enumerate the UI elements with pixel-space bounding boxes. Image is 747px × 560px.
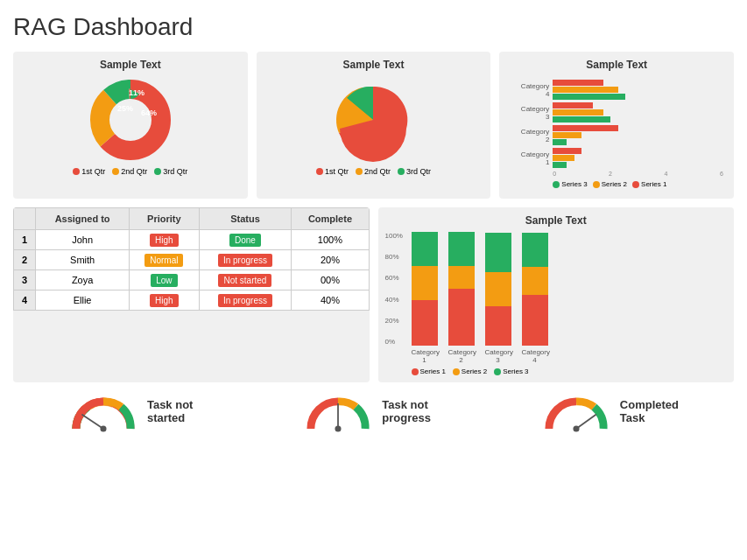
stacked-col-cat1 [412,232,438,346]
table-row: 2SmithNormalIn progress20% [14,250,370,270]
bar-label-cat2: Category2 [510,128,549,144]
stacked-seg-r2 [448,289,475,346]
bar-s3-cat2 [553,139,567,145]
bar-group-cat3 [553,102,610,122]
row-assigned: Smith [36,250,130,270]
chart4-bars [385,232,728,346]
row-complete: 100% [292,230,369,250]
bar-group-cat2 [553,125,618,145]
stacked-seg-r1 [412,300,438,346]
chart1-donut: 64% 25% 11% 1st Qtr 2nd Qtr 3rd Qtr [20,76,241,176]
col-priority: Priority [130,208,199,230]
chart3-axis: 0246 [510,171,723,177]
task-table: Assigned to Priority Status Complete 1Jo… [13,207,370,311]
gauge1-item: Task notstarted [68,389,194,433]
svg-line-11 [576,415,595,429]
chart4-legend-s1: Series 1 [412,368,446,375]
bar-label-cat1: Category1 [510,150,549,166]
stacked-col-cat4 [522,233,548,346]
chart1-card: Sample Text 64% 25% 11% 1st Qtr [13,52,248,199]
chart3-title: Sample Text [506,59,727,71]
chart4-area: 100% 80% 60% 40% 20% 0% [385,232,728,346]
chart3-legend-s2: Series 2 [593,180,627,188]
col-status: Status [199,208,292,230]
chart4-card: Sample Text 100% 80% 60% 40% 20% 0% [378,207,735,382]
bar-row-cat2: Category2 [510,125,723,145]
col-complete: Complete [292,208,369,230]
row-assigned: Ellie [36,290,130,311]
chart1-legend-item-1: 2nd Qtr [112,167,147,176]
row-num: 3 [14,270,36,290]
chart2-pie: 1st Qtr 2nd Qtr 3rd Qtr [264,76,484,176]
chart3-dot-s2 [593,181,600,188]
table-row: 3ZoyaLowNot started00% [14,270,370,290]
bar-group-cat4 [553,80,625,100]
chart3-legend: Series 3 Series 2 Series 1 [510,180,723,188]
row-num: 1 [14,230,36,250]
chart4-stacked: 100% 80% 60% 40% 20% 0% [385,232,728,375]
svg-point-12 [573,425,579,431]
chart3-card: Sample Text Category4 [499,52,734,199]
gauge1-svg [68,389,138,433]
chart2-legend-label-1: 2nd Qtr [364,167,391,176]
bar-s2-cat3 [553,109,603,116]
stacked-seg-r3 [485,306,511,346]
pie2-svg [321,76,426,164]
svg-line-7 [82,415,103,429]
chart3-dot-s3 [553,181,560,188]
chart1-legend-label-2: 3rd Qtr [163,167,187,176]
chart4-dot-s3 [494,368,501,375]
row-assigned: John [36,230,130,250]
chart4-legend-s3: Series 3 [494,368,528,375]
stacked-seg-y2 [448,266,475,289]
chart1-legend-label-0: 1st Qtr [81,167,105,176]
stacked-seg-g3 [485,233,511,272]
stacked-col-cat2 [448,232,475,346]
chart2-dot-green [398,168,405,175]
col-assigned: Assigned to [36,208,130,230]
chart1-title: Sample Text [20,59,241,71]
bar-s1-cat1 [553,148,581,154]
chart4-dot-s1 [412,368,419,375]
row-priority: High [130,230,199,250]
gauges-row: Task notstarted Task notprogress Complet… [13,389,734,433]
chart1-legend-label-1: 2nd Qtr [121,167,147,176]
row-status: In progress [199,250,292,270]
chart4-title: Sample Text [385,214,728,227]
chart4-legend-s2: Series 2 [453,368,487,375]
chart4-xlabels: Category 1 Category 2 Category 3 Categor… [385,348,728,364]
task-table-card: Assigned to Priority Status Complete 1Jo… [13,207,370,382]
table-header-row: Assigned to Priority Status Complete [14,208,370,230]
chart2-title: Sample Text [264,59,484,71]
bar-s3-cat1 [553,162,567,168]
bottom-charts-grid: Assigned to Priority Status Complete 1Jo… [13,207,734,382]
bar-group-cat1 [553,148,581,168]
page-title: RAG Dashboard [13,13,734,41]
svg-text:64%: 64% [141,108,157,117]
stacked-col-cat3 [485,233,511,346]
gauge2-label: Task notprogress [382,398,431,424]
chart2-legend-item-0: 1st Qtr [316,167,349,176]
row-status: Done [199,230,292,250]
chart4-legend: Series 1 Series 2 Series 3 [385,368,728,375]
bar-s1-cat4 [553,80,603,86]
svg-text:11%: 11% [129,88,144,97]
stacked-seg-g1 [412,232,438,266]
table-row: 1JohnHighDone100% [14,230,370,250]
chart2-legend-item-2: 3rd Qtr [398,167,431,176]
stacked-seg-y3 [485,272,511,306]
gauge2-svg [303,389,373,433]
chart1-legend: 1st Qtr 2nd Qtr 3rd Qtr [73,167,187,176]
bar-label-cat4: Category4 [510,82,549,98]
top-charts-grid: Sample Text 64% 25% 11% 1st Qtr [13,52,734,199]
legend-dot-yellow [112,168,119,175]
chart3-dot-s1 [632,181,639,188]
stacked-seg-g4 [522,233,548,267]
table-row: 4EllieHighIn progress40% [14,290,370,311]
chart3-legend-s1: Series 1 [632,180,666,188]
bar-s3-cat3 [553,116,610,122]
gauge3-item: CompletedTask [541,389,679,433]
chart3-bars: Category4 Category3 [506,76,727,192]
col-num [14,208,36,230]
svg-text:25%: 25% [117,104,133,113]
